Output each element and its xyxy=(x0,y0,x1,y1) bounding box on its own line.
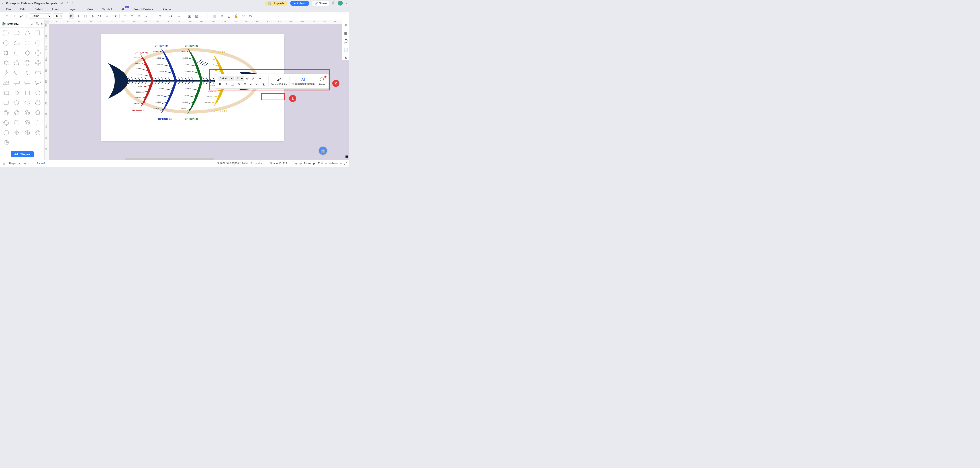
shape-cloud[interactable] xyxy=(12,39,22,47)
shape-cross[interactable] xyxy=(22,59,32,67)
presentation-icon[interactable]: ▶ xyxy=(313,162,315,165)
mini-underline-button[interactable]: U xyxy=(230,82,235,87)
cause-label[interactable]: cause xyxy=(153,108,159,110)
shape-ring[interactable] xyxy=(2,109,11,117)
history-panel-icon[interactable]: ↻ xyxy=(344,56,347,60)
shape-diamond-wide[interactable] xyxy=(12,69,22,77)
shape-pentagon[interactable] xyxy=(22,29,32,37)
mini-italic-button[interactable]: I xyxy=(224,82,229,87)
menu-layout[interactable]: Layout xyxy=(68,8,77,11)
menu-edit[interactable]: Edit xyxy=(20,8,25,11)
cause-label[interactable]: cause xyxy=(134,56,140,59)
font-select[interactable]: Calibri xyxy=(29,13,51,19)
save-icon[interactable]: 🖫 xyxy=(60,2,63,5)
mini-numbered-list-icon[interactable]: ☰ xyxy=(243,82,247,87)
cause-label[interactable]: cause xyxy=(208,90,213,92)
menu-insert[interactable]: Insert xyxy=(52,8,59,11)
mini-strike-button[interactable]: S xyxy=(236,82,241,87)
shape-arrow-right[interactable] xyxy=(12,29,22,37)
expand-button[interactable]: Expand ♥ xyxy=(251,162,262,165)
cause-label[interactable]: cause xyxy=(135,96,140,99)
text-tool-icon[interactable]: T xyxy=(122,13,127,19)
shape-frame[interactable] xyxy=(2,89,11,97)
mini-bullet-list-icon[interactable]: •≡ xyxy=(249,82,254,87)
label-option-02-bot[interactable]: OPTION 02 xyxy=(132,109,146,112)
label-option-06-top[interactable]: OPTION 06 xyxy=(185,45,199,47)
cause-label[interactable]: cause xyxy=(136,67,142,70)
menu-symbol[interactable]: Symbol xyxy=(102,8,112,11)
outline-icon[interactable]: ▤ xyxy=(3,162,5,165)
publish-button[interactable]: ➤ Publish xyxy=(290,1,309,6)
shape-rounded-square[interactable] xyxy=(33,39,43,47)
fill-panel-icon[interactable]: ◈ xyxy=(345,23,347,27)
back-icon[interactable]: ‹ xyxy=(2,2,3,5)
upgrade-button[interactable]: 🛒 Upgrade xyxy=(265,1,288,6)
italic-button[interactable]: I xyxy=(76,13,81,19)
font-size-select[interactable]: 12 xyxy=(53,13,63,19)
cause-label[interactable]: cause xyxy=(186,88,191,90)
focus-button[interactable]: Focus xyxy=(304,162,311,165)
collapse-icon[interactable]: « xyxy=(41,22,43,25)
effects-icon[interactable]: ✶ xyxy=(219,13,224,19)
shape-flower[interactable] xyxy=(22,49,32,57)
cause-label[interactable]: cause xyxy=(186,70,191,72)
mini-font-increase-icon[interactable]: A⁺ xyxy=(245,76,250,81)
menu-ai[interactable]: AIhot xyxy=(121,8,124,11)
tools-icon[interactable]: ⚒ xyxy=(240,13,246,19)
mini-bold-button[interactable]: B xyxy=(218,82,223,87)
shape-ellipse[interactable] xyxy=(22,99,32,107)
grid-panel-icon[interactable]: ▦ xyxy=(344,31,347,35)
mini-font-color-icon[interactable]: A xyxy=(261,82,266,87)
shape-seal[interactable] xyxy=(12,49,22,57)
image-tool-icon[interactable]: ▦ xyxy=(212,13,217,19)
shape-crown[interactable] xyxy=(2,79,11,87)
layers-icon[interactable]: ◈ xyxy=(295,162,297,165)
shape-dotted-ring[interactable] xyxy=(33,119,43,127)
shape-plus-thick[interactable] xyxy=(33,59,43,67)
cause-label[interactable]: cause xyxy=(156,57,161,59)
cause-label[interactable]: cause xyxy=(181,108,186,110)
menu-plugin[interactable]: Plugin xyxy=(162,8,170,11)
cause-label[interactable]: cause xyxy=(153,50,159,53)
shape-burst[interactable] xyxy=(2,49,11,57)
shape-star6[interactable] xyxy=(12,59,22,67)
share-button[interactable]: 🔗 Share xyxy=(312,1,329,6)
cause-label[interactable]: cause xyxy=(157,64,162,66)
label-option-02-top[interactable]: OPTION 02 xyxy=(135,51,148,54)
search-icon[interactable]: 🔍 xyxy=(36,22,39,25)
mini-font-decrease-icon[interactable]: A⁻ xyxy=(251,76,256,81)
line-style-select[interactable]: ─▾ xyxy=(154,13,164,19)
shape-square[interactable] xyxy=(22,89,32,97)
shape-banner[interactable] xyxy=(33,69,43,77)
mini-ai-content[interactable]: AI AI generated content xyxy=(292,78,315,85)
export-icon[interactable]: ↗ xyxy=(66,2,68,5)
mini-lowercase-icon[interactable]: ab xyxy=(255,82,260,87)
avatar-dropdown-icon[interactable]: ▾ xyxy=(345,2,347,5)
shape-gear-outline[interactable] xyxy=(33,99,43,107)
spacing-icon[interactable]: ↔ xyxy=(176,13,181,19)
mini-size-select[interactable]: 12 xyxy=(235,76,244,81)
arrow-style-select[interactable]: →▾ xyxy=(165,13,174,19)
menu-select[interactable]: Select xyxy=(35,8,43,11)
avatar[interactable]: c xyxy=(338,1,343,6)
add-page-button[interactable]: + xyxy=(24,161,26,166)
format-painter-icon[interactable]: 🖌 xyxy=(18,13,24,19)
library-icon[interactable]: 📚 xyxy=(2,22,6,25)
cause-label[interactable]: cause xyxy=(207,96,212,98)
menu-file[interactable]: File xyxy=(6,8,11,11)
layer-front-icon[interactable]: ▣ xyxy=(187,13,192,19)
text-size-button[interactable]: ʇT xyxy=(97,13,102,19)
shape-pie-quad[interactable] xyxy=(2,138,11,146)
shape-octagon-ring[interactable] xyxy=(22,119,32,127)
page-tab-1[interactable]: Page-1 xyxy=(35,162,47,165)
cause-label[interactable]: cause xyxy=(181,50,186,53)
cause-label[interactable]: cause xyxy=(137,73,142,75)
label-option-06-bot[interactable]: OPTION 06 xyxy=(185,118,199,120)
cause-label[interactable]: cause xyxy=(137,85,142,88)
cause-label[interactable]: cause xyxy=(182,101,188,103)
shape-flower-ring[interactable] xyxy=(2,119,11,127)
label-option-04-top[interactable]: OPTION 04 xyxy=(155,45,169,47)
expand-icon[interactable]: ⩓ xyxy=(31,22,34,25)
page-select[interactable]: Page-1 ▾ xyxy=(7,162,22,165)
zoom-out-icon[interactable]: − xyxy=(325,162,327,165)
